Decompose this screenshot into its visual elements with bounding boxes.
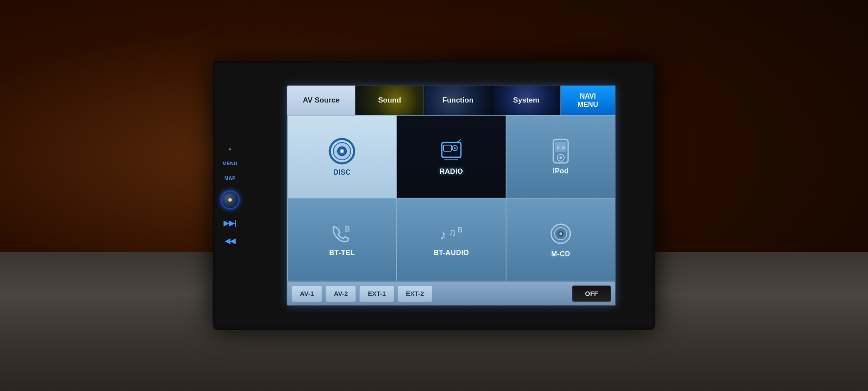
svg-text:♪: ♪ [440,227,447,242]
tab-navi-menu[interactable]: NAVI MENU [561,86,615,115]
navi-menu-line2: MENU [578,100,598,109]
tab-function-label: Function [442,96,473,105]
tab-sound[interactable]: Sound [355,86,424,115]
rewind-button[interactable]: ◀◀ [225,237,236,245]
navi-menu-line1: NAVI [578,92,598,100]
volume-knob[interactable] [220,190,240,209]
radio-icon [438,138,464,164]
bt-audio-button[interactable]: ♪ ♫ B BT-AUDIO [397,198,506,281]
m-cd-icon [548,222,574,247]
bt-tel-icon: B [329,223,355,245]
disc-icon [328,137,356,165]
svg-point-25 [559,232,562,235]
svg-point-8 [454,147,456,149]
m-cd-label: M-CD [551,250,570,258]
svg-text:B: B [457,226,463,234]
radio-label: RADIO [440,168,463,176]
tab-function[interactable]: Function [424,86,492,115]
car-stereo-device: ▲ MENU MAP ▶▶| ◀◀ AV Source Sound Functi… [213,61,655,330]
bt-tel-label: BT-TEL [329,249,355,257]
tab-system-label: System [513,96,539,105]
bottom-source-bar: AV-1 AV-2 EXT-1 EXT-2 OFF [287,281,615,305]
disc-button[interactable]: DISC [287,115,397,198]
disc-label: DISC [333,169,351,176]
svg-rect-13 [555,142,566,152]
tab-av-source-label: AV Source [303,96,340,105]
bt-audio-label: BT-AUDIO [434,249,469,257]
navigation-tabs: AV Source Sound Function System NAVI MEN… [287,86,615,115]
svg-text:B: B [345,225,350,233]
svg-text:♫: ♫ [448,226,456,238]
off-button[interactable]: OFF [572,285,611,302]
fast-forward-button[interactable]: ▶▶| [224,219,237,227]
source-grid: DISC RADIO [287,115,615,281]
ipod-icon [550,139,572,164]
radio-button[interactable]: RADIO [397,115,506,198]
m-cd-button[interactable]: M-CD [506,198,615,281]
svg-point-17 [562,146,565,149]
ipod-button[interactable]: iPod [506,115,615,198]
av2-button[interactable]: AV-2 [326,285,356,302]
av1-button[interactable]: AV-1 [292,285,322,302]
display-screen: AV Source Sound Function System NAVI MEN… [286,85,616,306]
ext1-button[interactable]: EXT-1 [359,285,394,302]
svg-rect-6 [444,145,451,151]
bt-tel-button[interactable]: B BT-TEL [287,198,397,281]
bt-audio-icon: ♪ ♫ B [437,223,466,245]
ext2-button[interactable]: EXT-2 [398,285,432,302]
svg-point-16 [557,146,559,149]
eject-button[interactable]: ▲ [227,146,232,151]
tab-av-source[interactable]: AV Source [287,86,355,115]
map-button[interactable]: MAP [224,176,236,181]
svg-point-15 [559,156,562,159]
left-control-panel: ▲ MENU MAP ▶▶| ◀◀ [220,146,240,245]
svg-point-4 [341,150,343,152]
tab-system[interactable]: System [492,86,560,115]
menu-button[interactable]: MENU [223,161,237,166]
ipod-label: iPod [553,167,569,175]
tab-sound-label: Sound [378,96,401,105]
